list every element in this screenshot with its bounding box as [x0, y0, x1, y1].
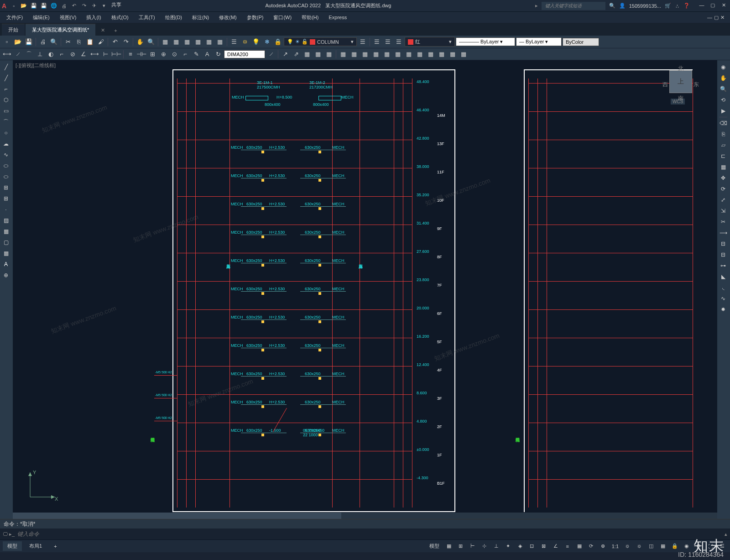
lockui-icon[interactable]: 🔒	[670, 542, 680, 551]
tolerance-icon[interactable]: ⊞	[147, 49, 157, 59]
dim-diameter-icon[interactable]: ⊘	[68, 49, 78, 59]
redo2-icon[interactable]: ↷	[121, 37, 131, 47]
3dosnap-icon[interactable]: ⊠	[539, 542, 549, 551]
ellipse-arc-icon[interactable]: ⬭	[1, 172, 11, 182]
region-icon[interactable]: ▢	[1, 237, 11, 247]
cycling-icon[interactable]: ⟳	[586, 542, 596, 551]
layer-state-icon[interactable]: ⛭	[240, 37, 250, 47]
doc-minimize-icon[interactable]: —	[707, 15, 712, 21]
frame-icon[interactable]: ▦	[437, 49, 447, 59]
ellipse-icon[interactable]: ⬭	[1, 161, 11, 171]
orbit-icon[interactable]: ⟲	[718, 95, 728, 105]
layout-add-button[interactable]: +	[49, 542, 61, 550]
layer-off-icon[interactable]: 💡	[251, 37, 261, 47]
modelspace-label[interactable]: 模型	[427, 542, 442, 550]
make-block-icon[interactable]: ⊞	[1, 194, 11, 204]
mleader-icon[interactable]: ⇗	[291, 49, 301, 59]
point-icon[interactable]: ·	[1, 204, 11, 215]
toolpalettes-icon[interactable]: ▦	[182, 37, 192, 47]
polygon-icon[interactable]: ⬡	[1, 95, 11, 105]
dimstyle-input[interactable]	[224, 50, 265, 58]
help-icon[interactable]: ❓	[683, 3, 690, 9]
undo-icon[interactable]: ↶	[69, 1, 78, 10]
showmotion-icon[interactable]: ▶	[718, 106, 728, 116]
help-search-input[interactable]: 键入关键字或短语	[542, 2, 605, 10]
osnap-icon[interactable]: ⊡	[527, 542, 537, 551]
menu-tools[interactable]: 工具(T)	[134, 13, 160, 22]
pan2-icon[interactable]: ✋	[718, 73, 728, 83]
dim-textedit-icon[interactable]: A	[202, 49, 212, 59]
new-file-icon[interactable]: ▫	[2, 37, 12, 47]
menu-dimension[interactable]: 标注(N)	[188, 13, 214, 22]
menu-window[interactable]: 窗口(W)	[269, 13, 296, 22]
image-icon[interactable]: ▦	[349, 49, 359, 59]
table-icon[interactable]: ▦	[302, 49, 312, 59]
dim-jogged-icon[interactable]: ⌐	[57, 49, 67, 59]
save-file-icon[interactable]: 💾	[24, 37, 34, 47]
dim-arc-icon[interactable]: ⌒	[24, 49, 34, 59]
scrollbar-thumb[interactable]	[13, 513, 341, 519]
markup-icon[interactable]: ▦	[204, 37, 214, 47]
layer-freeze-icon[interactable]: ❄	[262, 37, 272, 47]
menu-format[interactable]: 格式(O)	[107, 13, 133, 22]
dim-angular-icon[interactable]: ∠	[78, 49, 89, 59]
spline-icon[interactable]: ∿	[1, 150, 11, 160]
dgn-icon[interactable]: ▦	[371, 49, 381, 59]
apps-icon[interactable]: ⛬	[675, 3, 680, 9]
blend-icon[interactable]: ∿	[718, 293, 728, 304]
quickprops-icon[interactable]: ▦	[658, 542, 668, 551]
dwf-icon[interactable]: ▦	[382, 49, 392, 59]
save-icon[interactable]: 💾	[29, 1, 38, 10]
dim-space-icon[interactable]: ≡	[125, 49, 136, 59]
tab-new-button[interactable]: +	[110, 26, 121, 36]
nav-wheel-icon[interactable]: ◉	[718, 62, 728, 72]
menu-parametric[interactable]: 参数(P)	[242, 13, 268, 22]
dim-quick-icon[interactable]: ⟷	[89, 49, 99, 59]
polar-icon[interactable]: ✦	[503, 542, 513, 551]
dim-radius-icon[interactable]: ◐	[46, 49, 56, 59]
menu-view[interactable]: 视图(V)	[55, 13, 81, 22]
menu-file[interactable]: 文件(F)	[2, 13, 27, 22]
snapmode-icon[interactable]: ⊞	[456, 542, 466, 551]
hatch-icon[interactable]: ▨	[1, 215, 11, 225]
share-label[interactable]: 共享	[111, 1, 121, 10]
layer-dropdown[interactable]: 💡☀🔓 COLUMN ▾	[284, 37, 357, 46]
layout1-tab[interactable]: 布局1	[25, 541, 47, 551]
addselected-icon[interactable]: ⊕	[1, 270, 11, 280]
drawing-canvas[interactable]: [-][俯视][二维线框] 北 南 东 西 上 WCS 48.40046.400…	[13, 60, 717, 519]
command-input[interactable]	[17, 531, 725, 537]
stretch-icon[interactable]: ⇲	[718, 206, 728, 216]
pan-icon[interactable]: ✋	[135, 37, 145, 47]
copy-icon[interactable]: ⎘	[74, 37, 84, 47]
xref-icon[interactable]: ▦	[338, 49, 348, 59]
dim-break-icon[interactable]: ⊣⊢	[136, 49, 146, 59]
circle-icon[interactable]: ○	[1, 128, 11, 138]
layer-merge-icon[interactable]: ☰	[394, 37, 404, 47]
menu-help[interactable]: 帮助(H)	[297, 13, 323, 22]
rotate-icon[interactable]: ⟳	[718, 184, 728, 194]
inspect-icon[interactable]: ⊙	[169, 49, 179, 59]
doc-restore-icon[interactable]: ▢	[714, 15, 719, 21]
field-icon[interactable]: ▦	[313, 49, 323, 59]
offset-icon[interactable]: ⊏	[718, 151, 728, 161]
arc-icon[interactable]: ⌒	[1, 117, 11, 127]
plotstyle-dropdown[interactable]: ByColor	[563, 38, 599, 46]
lwdisplay-icon[interactable]: ≡	[563, 542, 573, 551]
cloud-icon[interactable]: ▦	[393, 49, 403, 59]
adjust-icon[interactable]: ▦	[426, 49, 436, 59]
otrack-icon[interactable]: ∠	[551, 542, 561, 551]
maximize-button[interactable]: ▢	[708, 2, 717, 10]
view-cube[interactable]: 北 南 东 西 上 WCS	[662, 65, 699, 110]
horizontal-scrollbar[interactable]	[13, 513, 717, 519]
copy2-icon[interactable]: ⎘	[718, 129, 728, 139]
xline-icon[interactable]: ╱	[1, 73, 11, 83]
match-icon[interactable]: 🖌	[96, 37, 106, 47]
minimize-button[interactable]: —	[697, 2, 706, 10]
scale-label[interactable]: 1:1	[610, 544, 620, 549]
menu-draw[interactable]: 绘图(D)	[161, 13, 187, 22]
table-draw-icon[interactable]: ▦	[1, 248, 11, 258]
dim-baseline-icon[interactable]: ⊢	[100, 49, 110, 59]
color-dropdown[interactable]: 红 ▾	[405, 37, 455, 47]
annomonitor-icon[interactable]: ⊕	[598, 542, 608, 551]
menu-edit[interactable]: 编辑(E)	[28, 13, 54, 22]
